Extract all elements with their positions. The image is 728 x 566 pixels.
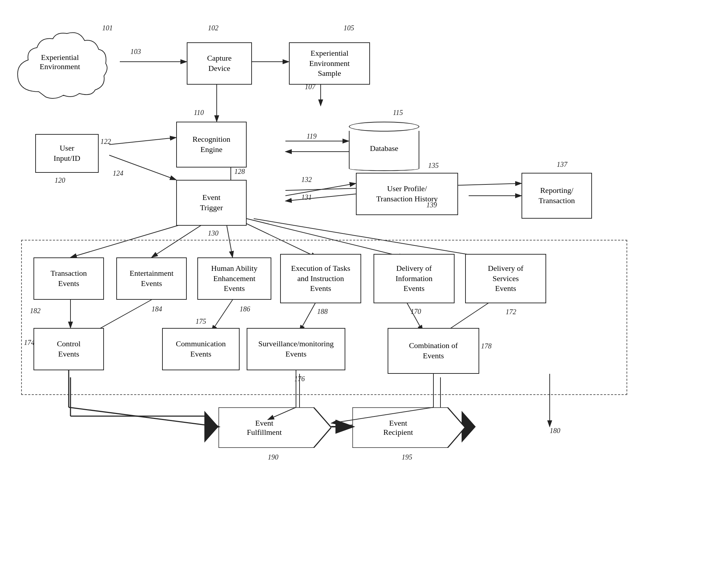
ref-178: 178 [481,342,492,350]
ref-176: 176 [294,375,305,383]
svg-text:Event: Event [255,419,273,427]
ref-120: 120 [55,176,65,184]
svg-line-12 [285,194,356,201]
svg-line-11 [285,183,356,196]
capture-device-box: CaptureDevice [187,42,252,85]
execution-tasks-label: Execution of Tasksand InstructionEvents [291,263,350,294]
event-fulfillment-container: Event Fulfillment [218,407,331,448]
svg-marker-31 [204,411,218,443]
ref-174: 174 [24,339,35,347]
ref-137: 137 [557,160,567,169]
cylinder-body: Database [349,131,419,167]
exp-sample-label: ExperientialEnvironmentSample [309,48,350,79]
ref-175: 175 [196,317,206,325]
ref-105: 105 [344,24,354,32]
ref-122: 122 [100,138,111,146]
ref-124: 124 [113,169,123,177]
human-ability-label: Human AbilityEnhancementEvents [211,263,257,294]
ref-182: 182 [30,307,41,315]
reporting-label: Reporting/Transaction [538,185,575,206]
exp-sample-box: ExperientialEnvironmentSample [289,42,370,85]
transaction-events-label: TransactionEvents [50,268,87,288]
ref-107: 107 [305,83,315,91]
ref-115: 115 [393,109,403,117]
event-recipient-container: Event Recipient [352,407,465,448]
ref-170: 170 [411,308,421,316]
cylinder-bottom [349,166,419,171]
database-label: Database [370,144,399,153]
ref-132: 132 [301,176,312,184]
execution-tasks-box: Execution of Tasksand InstructionEvents [280,254,361,303]
cylinder-top [349,122,419,132]
delivery-information-box: Delivery ofInformationEvents [374,254,455,303]
svg-text:Fulfillment: Fulfillment [247,428,282,437]
user-input-box: UserInput/ID [35,134,99,173]
ref-119: 119 [307,132,317,140]
control-events-label: ControlEvents [57,339,80,359]
svg-line-8 [109,138,176,145]
entertainment-events-label: EntertainmentEvents [130,268,174,288]
user-profile-box: User Profile/Transaction History [356,173,458,215]
experiential-environment-cloud: ExperientialEnvironment [11,28,113,106]
ref-186: 186 [240,305,250,313]
recognition-engine-box: RecognitionEngine [176,122,247,168]
reporting-box: Reporting/Transaction [522,173,592,219]
ref-110: 110 [194,109,204,117]
event-trigger-box: EventTrigger [176,180,247,226]
ref-103: 103 [130,48,141,56]
communication-events-label: CommunicationEvents [176,339,226,359]
svg-text:Event: Event [389,419,407,427]
database-cylinder: Database [349,122,419,171]
diagram: ExperientialEnvironment 101 CaptureDevic… [0,0,728,566]
delivery-services-box: Delivery ofServicesEvents [465,254,546,303]
ref-130: 130 [208,229,218,237]
event-trigger-label: EventTrigger [200,193,223,213]
ref-128: 128 [234,168,245,176]
ref-139: 139 [426,201,437,209]
transaction-events-box: TransactionEvents [33,257,104,300]
ref-180: 180 [550,427,560,435]
delivery-information-label: Delivery ofInformationEvents [395,263,432,294]
recognition-engine-label: RecognitionEngine [192,134,230,154]
capture-device-label: CaptureDevice [207,53,232,73]
ref-135: 135 [428,162,439,170]
surveillance-events-box: Surveillance/monitoringEvents [247,328,345,370]
ref-195: 195 [402,453,412,461]
delivery-services-label: Delivery ofServicesEvents [488,263,524,294]
ref-172: 172 [506,308,516,316]
combination-events-box: Combination ofEvents [388,328,479,374]
ref-131: 131 [301,193,312,201]
ref-188: 188 [317,308,328,316]
user-input-label: UserInput/ID [54,143,80,163]
experiential-environment-label: ExperientialEnvironment [25,53,95,71]
communication-events-box: CommunicationEvents [162,328,240,370]
control-events-box: ControlEvents [33,328,104,370]
ref-102: 102 [208,24,218,32]
ref-101: 101 [102,24,113,32]
svg-line-46 [69,407,218,427]
human-ability-box: Human AbilityEnhancementEvents [197,257,271,300]
surveillance-events-label: Surveillance/monitoringEvents [258,339,334,359]
combination-events-label: Combination ofEvents [409,341,458,361]
entertainment-events-box: EntertainmentEvents [116,257,187,300]
svg-text:Recipient: Recipient [383,428,413,437]
ref-190: 190 [268,453,278,461]
ref-184: 184 [152,305,162,313]
